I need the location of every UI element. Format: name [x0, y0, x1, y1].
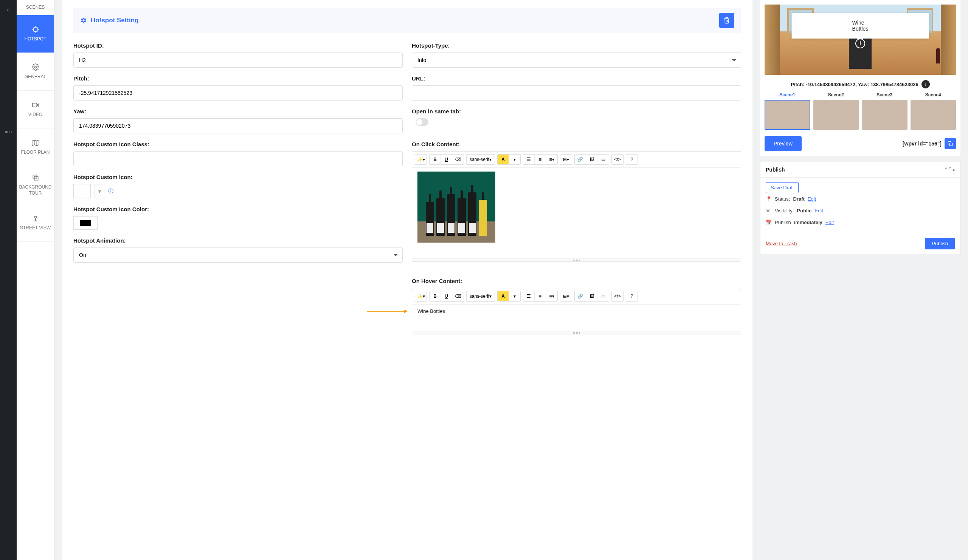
rte-align-button[interactable]: ≡▾: [546, 291, 557, 301]
rte-eraser-button[interactable]: ⌫: [452, 291, 464, 301]
scene-thumb-1[interactable]: Scene1: [764, 92, 811, 130]
hotspot-editor-panel: Hotspot Setting Hotspot ID: Hotspot-Type…: [62, 0, 753, 560]
rte-ul-button[interactable]: ☰: [523, 155, 535, 164]
rte-bold-button[interactable]: B: [429, 291, 441, 301]
rte-align-button[interactable]: ≡▾: [546, 155, 557, 164]
rte-color-button[interactable]: A: [497, 155, 509, 164]
label: Hotspot Custom Icon:: [73, 174, 403, 180]
pitch-input[interactable]: [73, 85, 403, 101]
yaw-input[interactable]: [73, 118, 403, 134]
rte-code-button[interactable]: </>: [612, 291, 623, 301]
rte-help-button[interactable]: ?: [626, 155, 638, 164]
rte-image-button[interactable]: 🖼: [586, 291, 597, 301]
rte-code-button[interactable]: </>: [612, 155, 623, 164]
url-input[interactable]: [412, 85, 741, 101]
svg-rect-3: [33, 175, 36, 179]
publish-button[interactable]: Publish: [925, 238, 955, 249]
on-hover-content[interactable]: Wine Bottles: [412, 304, 741, 331]
rte-table-button[interactable]: ⊞▾: [560, 155, 572, 164]
hotspot-type-select[interactable]: Info: [412, 53, 741, 68]
rte-ol-button[interactable]: ≡: [535, 155, 546, 164]
rte-color-more-button[interactable]: ▾: [509, 291, 520, 301]
tab-hotspot[interactable]: HOTSPOT: [17, 15, 54, 53]
rte-resize-handle[interactable]: [412, 331, 741, 334]
rte-ul-button[interactable]: ☰: [523, 291, 535, 301]
scene-thumbnails: Scene1 Scene2 Scene3 Scene4: [764, 92, 956, 130]
animation-select[interactable]: On: [73, 248, 403, 263]
admin-item[interactable]: e: [7, 4, 10, 16]
hotspot-tooltip: Wine Bottles: [792, 13, 929, 38]
on-hover-editor: ✨▾ B U ⌫ sans-serif ▾ A ▾: [412, 288, 741, 334]
svg-rect-6: [950, 143, 953, 146]
scene-thumb-2[interactable]: Scene2: [813, 92, 859, 130]
field-on-hover: On Hover Content: ✨▾ B U ⌫ sans-serif ▾: [412, 278, 741, 334]
tab-floorplan[interactable]: FLOOR PLAN: [17, 129, 54, 166]
panorama-preview[interactable]: Wine Bottles i: [764, 5, 956, 75]
rte-bold-button[interactable]: B: [429, 155, 441, 164]
field-on-click: On Click Content: ✨▾ B U ⌫ sans-serif ▾: [412, 141, 741, 270]
rte-ol-button[interactable]: ≡: [535, 291, 546, 301]
on-click-editor: ✨▾ B U ⌫ sans-serif ▾ A ▾: [412, 151, 741, 262]
hotspot-id-input[interactable]: [73, 53, 403, 68]
pin-icon: [32, 215, 39, 222]
rte-underline-button[interactable]: U: [441, 155, 452, 164]
rte-magic-button[interactable]: ✨▾: [415, 291, 426, 301]
rte-link-button[interactable]: 🔗: [575, 155, 586, 164]
rte-magic-button[interactable]: ✨▾: [415, 155, 426, 164]
move-to-trash-link[interactable]: Move to Trash: [766, 241, 797, 246]
admin-item[interactable]: enu: [5, 126, 12, 137]
tab-streetview[interactable]: STREET VIEW: [17, 204, 54, 242]
edit-schedule-link[interactable]: Edit: [825, 220, 834, 225]
preview-button[interactable]: Preview: [764, 136, 802, 151]
section-title: Hotspot Setting: [91, 17, 139, 24]
rte-table-button[interactable]: ⊞▾: [560, 291, 572, 301]
field-open-same-tab: Open in same tab:: [412, 108, 741, 134]
rte-video-button[interactable]: ▭: [597, 291, 609, 301]
rte-resize-handle[interactable]: [412, 258, 741, 261]
trash-icon: [723, 17, 730, 24]
download-coords-button[interactable]: ↓: [922, 80, 930, 88]
rte-help-button[interactable]: ?: [626, 291, 638, 301]
scene-thumb-3[interactable]: Scene3: [862, 92, 907, 130]
rte-color-more-button[interactable]: ▾: [509, 155, 520, 164]
on-click-content[interactable]: [412, 168, 741, 258]
rte-font-select[interactable]: sans-serif ▾: [467, 155, 495, 164]
rte-image-button[interactable]: 🖼: [586, 155, 597, 164]
metabox-toggle-button[interactable]: ▴: [953, 167, 955, 172]
rte-link-button[interactable]: 🔗: [575, 291, 586, 301]
svg-rect-2: [32, 103, 36, 107]
tab-general[interactable]: GENERAL: [17, 53, 54, 91]
rte-color-button[interactable]: A: [497, 291, 509, 301]
icon-dropdown-button[interactable]: ▾: [94, 184, 104, 198]
edit-visibility-link[interactable]: Edit: [814, 208, 823, 213]
label: Yaw:: [73, 108, 403, 114]
rte-font-select[interactable]: sans-serif ▾: [467, 291, 495, 301]
open-same-tab-toggle[interactable]: [416, 118, 428, 126]
rte-video-button[interactable]: ▭: [597, 155, 609, 164]
rte-eraser-button[interactable]: ⌫: [452, 155, 464, 164]
icon-class-input[interactable]: [73, 151, 403, 166]
metabox-up-button[interactable]: ˄: [945, 167, 947, 172]
field-animation: Hotspot Animation: On: [73, 237, 403, 263]
save-draft-button[interactable]: Save Draft: [766, 182, 799, 193]
rte-underline-button[interactable]: U: [441, 291, 452, 301]
wp-admin-sidebar[interactable]: e enu: [0, 0, 17, 560]
hotspot-marker[interactable]: i: [855, 38, 865, 48]
tab-video[interactable]: VIDEO: [17, 91, 54, 129]
svg-point-1: [35, 66, 36, 68]
status-row: 📍 Status: Draft Edit: [766, 193, 955, 205]
svg-point-5: [35, 216, 36, 218]
tab-bgtour[interactable]: BACKGROUND TOUR: [17, 166, 54, 204]
delete-hotspot-button[interactable]: [719, 13, 734, 28]
info-icon[interactable]: ⓘ: [108, 188, 113, 195]
scene-thumb-4[interactable]: Scene4: [910, 92, 956, 130]
tab-label: STREET VIEW: [20, 225, 51, 231]
tab-scenes[interactable]: SCENES: [17, 0, 54, 15]
copy-shortcode-button[interactable]: [945, 138, 956, 149]
schedule-row: 📅 Publish immediately Edit: [766, 216, 955, 228]
edit-status-link[interactable]: Edit: [808, 196, 816, 202]
icon-color-picker[interactable]: [73, 216, 98, 230]
metabox-down-button[interactable]: ˅: [949, 167, 951, 172]
layers-icon: [32, 174, 39, 182]
crosshair-icon: [32, 26, 39, 33]
